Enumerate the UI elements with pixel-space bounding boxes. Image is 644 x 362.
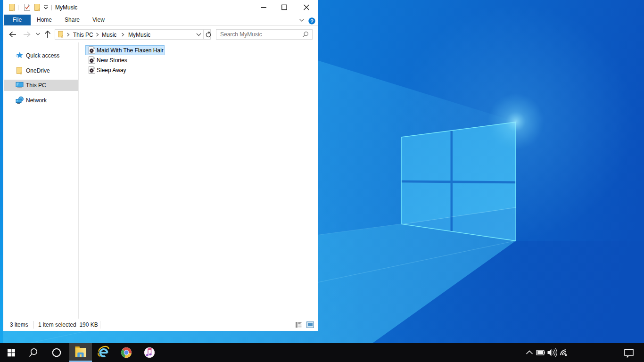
svg-text:?: ?: [310, 18, 314, 24]
